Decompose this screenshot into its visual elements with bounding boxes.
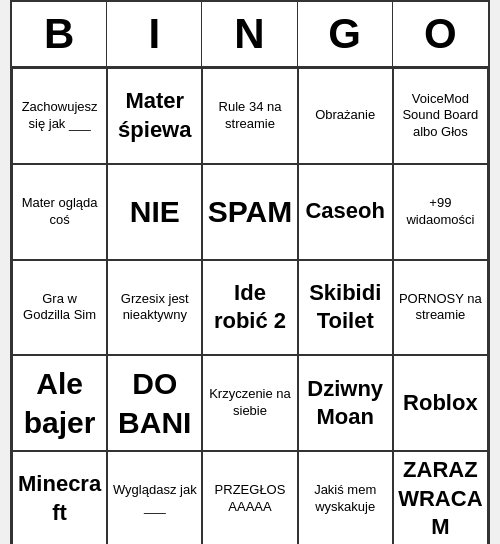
bingo-cell: Grzesix jest nieaktywny	[107, 260, 202, 356]
bingo-cell: NIE	[107, 164, 202, 260]
bingo-cell: PRZEGŁOS AAAAA	[202, 451, 297, 544]
bingo-cell: Gra w Godzilla Sim	[12, 260, 107, 356]
bingo-cell: PORNOSY na streamie	[393, 260, 488, 356]
bingo-letter: I	[107, 2, 202, 66]
bingo-cell: ZARAZ WRACAM	[393, 451, 488, 544]
bingo-cell: VoiceMod Sound Board albo Głos	[393, 68, 488, 164]
bingo-cell: Zachowujesz się jak ___	[12, 68, 107, 164]
bingo-cell: Wyglądasz jak ___	[107, 451, 202, 544]
bingo-cell: Jakiś mem wyskakuje	[298, 451, 393, 544]
bingo-cell: Caseoh	[298, 164, 393, 260]
bingo-letter: B	[12, 2, 107, 66]
bingo-cell: Ide robić 2	[202, 260, 297, 356]
bingo-cell: Mater ogląda coś	[12, 164, 107, 260]
bingo-cell: Obrażanie	[298, 68, 393, 164]
bingo-letter: O	[393, 2, 488, 66]
bingo-cell: Minecraft	[12, 451, 107, 544]
bingo-cell: Ale bajer	[12, 355, 107, 451]
bingo-letter: G	[298, 2, 393, 66]
bingo-cell: +99 widaomości	[393, 164, 488, 260]
bingo-cell: DO BANI	[107, 355, 202, 451]
bingo-cell: Dziwny Moan	[298, 355, 393, 451]
bingo-cell: Krzyczenie na siebie	[202, 355, 297, 451]
bingo-cell: Rule 34 na streamie	[202, 68, 297, 164]
bingo-cell: Skibidi Toilet	[298, 260, 393, 356]
bingo-header: BINGO	[12, 2, 488, 68]
bingo-cell: Roblox	[393, 355, 488, 451]
bingo-card: BINGO Zachowujesz się jak ___Mater śpiew…	[10, 0, 490, 544]
bingo-cell: Mater śpiewa	[107, 68, 202, 164]
bingo-cell: SPAM	[202, 164, 297, 260]
bingo-grid: Zachowujesz się jak ___Mater śpiewaRule …	[12, 68, 488, 544]
bingo-letter: N	[202, 2, 297, 66]
